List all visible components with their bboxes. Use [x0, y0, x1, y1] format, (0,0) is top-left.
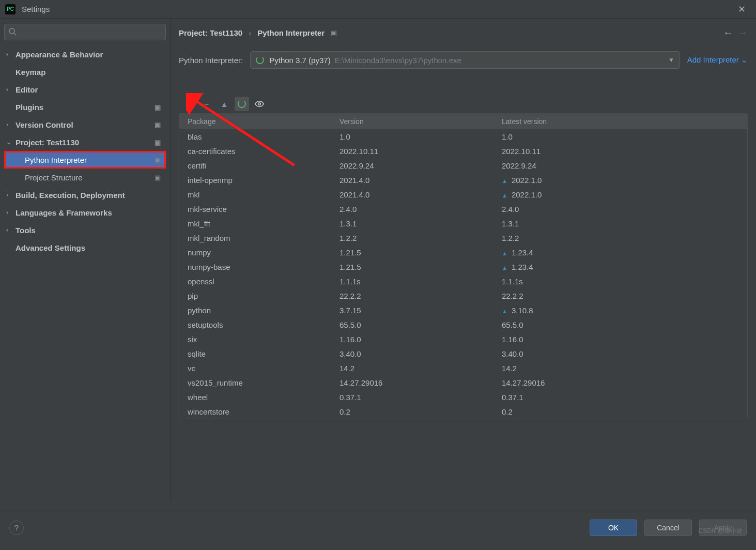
package-row[interactable]: wheel0.37.10.37.1 [179, 390, 747, 404]
chevron-icon: › [6, 121, 16, 128]
cell-version: 14.2 [340, 364, 500, 373]
sidebar-item[interactable]: ›Version Control▣ [4, 116, 166, 133]
window-title: Settings [22, 5, 50, 13]
cell-version: 22.2.2 [340, 292, 500, 300]
sidebar-item[interactable]: ›Appearance & Behavior [4, 45, 166, 63]
remove-package-button[interactable]: − [199, 97, 214, 111]
package-row[interactable]: setuptools65.5.065.5.0 [179, 317, 747, 332]
forward-icon: → [737, 27, 748, 39]
sidebar-item[interactable]: ›Languages & Frameworks [4, 204, 166, 221]
cell-latest: 1.2.2 [500, 234, 747, 242]
cell-latest: 1.1.1s [500, 277, 747, 286]
package-row[interactable]: mkl2021.4.0▲2022.1.0 [179, 187, 747, 202]
sidebar-item-label: Keymap [16, 68, 45, 77]
search-input[interactable] [4, 24, 166, 40]
cell-latest: 1.16.0 [500, 335, 747, 344]
search-wrap [4, 24, 166, 40]
cell-latest: 2022.10.11 [500, 147, 747, 156]
package-row[interactable]: numpy-base1.21.5▲1.23.4 [179, 259, 747, 274]
package-table: Package Version Latest version blas1.01.… [179, 113, 748, 419]
package-row[interactable]: vc14.214.2 [179, 361, 747, 375]
sidebar-item[interactable]: ›Tools [4, 221, 166, 239]
show-early-releases-button[interactable] [252, 97, 267, 111]
package-row[interactable]: ca-certificates2022.10.112022.10.11 [179, 144, 747, 158]
cell-version: 0.2 [340, 407, 500, 416]
main-panel: Project: Test1130 › Python Interpreter ▣… [171, 19, 756, 500]
cell-version: 1.1.1s [340, 277, 500, 286]
package-row[interactable]: openssl1.1.1s1.1.1s [179, 274, 747, 288]
crumb-page: Python Interpreter [257, 28, 325, 37]
cell-latest: 0.37.1 [500, 393, 747, 402]
cell-version: 2021.4.0 [340, 176, 500, 185]
ok-button[interactable]: OK [590, 520, 637, 536]
sidebar-item[interactable]: Plugins▣ [4, 98, 166, 116]
chevron-icon: › [6, 209, 16, 216]
sidebar-item-label: Version Control [16, 120, 73, 129]
package-row[interactable]: vs2015_runtime14.27.2901614.27.29016 [179, 375, 747, 390]
scope-icon: ▣ [155, 174, 161, 181]
sidebar-item-label: Appearance & Behavior [16, 50, 103, 59]
sidebar-item[interactable]: ›Build, Execution, Deployment [4, 186, 166, 204]
close-icon[interactable]: ✕ [732, 4, 751, 15]
chevron-down-icon: ⌄ [741, 55, 748, 64]
sidebar: ›Appearance & BehaviorKeymap›EditorPlugi… [0, 19, 171, 500]
sidebar-item[interactable]: Keymap [4, 63, 166, 81]
sidebar-item-label: Tools [16, 226, 36, 235]
cell-version: 0.37.1 [340, 393, 500, 402]
cell-version: 1.2.2 [340, 234, 500, 242]
col-package[interactable]: Package [179, 117, 340, 126]
breadcrumb: Project: Test1130 › Python Interpreter ▣… [179, 27, 748, 39]
interpreter-name: Python 3.7 (py37) [269, 56, 330, 65]
package-row[interactable]: blas1.01.0 [179, 129, 747, 144]
upgrade-package-button[interactable]: ▲ [217, 97, 232, 111]
sidebar-item[interactable]: ⌄Project: Test1130▣ [4, 133, 166, 151]
sidebar-item[interactable]: Project Structure▣ [4, 169, 166, 186]
crumb-project[interactable]: Project: Test1130 [179, 28, 242, 37]
sidebar-item[interactable]: ›Editor [4, 81, 166, 98]
cell-latest: ▲1.23.4 [500, 248, 747, 257]
upgrade-available-icon: ▲ [502, 265, 507, 271]
chevron-icon: › [6, 191, 16, 198]
cell-version: 3.7.15 [340, 306, 500, 315]
col-version[interactable]: Version [340, 117, 500, 126]
cell-version: 1.21.5 [340, 263, 500, 271]
package-row[interactable]: mkl_random1.2.21.2.2 [179, 231, 747, 245]
interpreter-select[interactable]: Python 3.7 (py37) E:\Miniconda3\envs\py3… [250, 51, 680, 69]
pin-icon: ▣ [331, 29, 337, 37]
conda-load-button[interactable] [235, 97, 249, 111]
package-row[interactable]: wincertstore0.20.2 [179, 404, 747, 419]
cell-package: mkl_fft [179, 219, 340, 228]
sidebar-item[interactable]: Python Interpreter▣ [4, 151, 166, 169]
add-interpreter-label: Add Interpreter [687, 55, 739, 64]
package-row[interactable]: numpy1.21.5▲1.23.4 [179, 245, 747, 259]
interpreter-label: Python Interpreter: [179, 56, 243, 65]
cell-package: vs2015_runtime [179, 378, 340, 387]
cancel-button[interactable]: Cancel [644, 520, 692, 536]
col-latest[interactable]: Latest version [500, 117, 747, 126]
package-row[interactable]: python3.7.15▲3.10.8 [179, 303, 747, 317]
add-package-button[interactable]: + [182, 97, 196, 111]
cell-package: openssl [179, 277, 340, 286]
package-row[interactable]: pip22.2.222.2.2 [179, 288, 747, 303]
titlebar: PC Settings ✕ [0, 0, 756, 19]
footer: ? OK Cancel Apply [0, 512, 756, 543]
add-interpreter-link[interactable]: Add Interpreter ⌄ [687, 55, 748, 65]
package-row[interactable]: mkl-service2.4.02.4.0 [179, 202, 747, 216]
help-button[interactable]: ? [9, 521, 24, 535]
cell-latest: 14.2 [500, 364, 747, 373]
sidebar-item-label: Plugins [16, 103, 43, 112]
cell-latest: 22.2.2 [500, 292, 747, 300]
package-row[interactable]: intel-openmp2021.4.0▲2022.1.0 [179, 173, 747, 187]
package-row[interactable]: sqlite3.40.03.40.0 [179, 346, 747, 361]
cell-latest: 2.4.0 [500, 205, 747, 213]
app-icon: PC [5, 4, 16, 14]
package-row[interactable]: six1.16.01.16.0 [179, 332, 747, 346]
apply-button: Apply [699, 520, 747, 536]
package-row[interactable]: mkl_fft1.3.11.3.1 [179, 216, 747, 231]
cell-latest: 3.40.0 [500, 349, 747, 358]
cell-package: vc [179, 364, 340, 373]
back-icon[interactable]: ← [723, 27, 733, 39]
sidebar-item[interactable]: Advanced Settings [4, 239, 166, 256]
interpreter-path: E:\Miniconda3\envs\py37\python.exe [335, 56, 461, 65]
package-row[interactable]: certifi2022.9.242022.9.24 [179, 158, 747, 173]
